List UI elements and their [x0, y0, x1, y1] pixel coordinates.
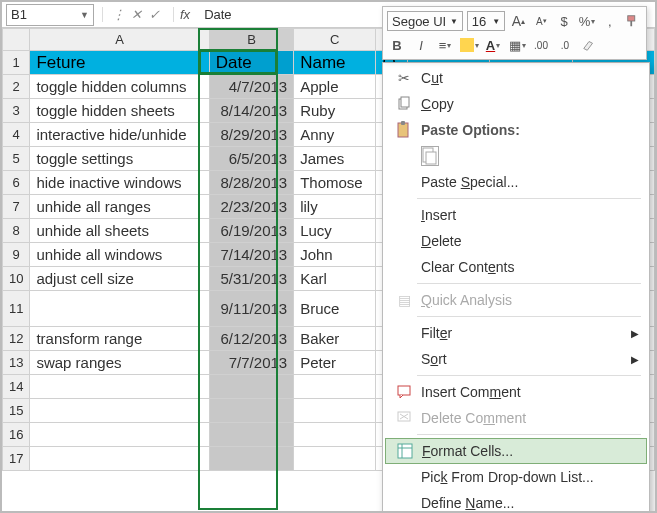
- row-header[interactable]: 1: [3, 51, 30, 75]
- cell[interactable]: 4/7/2013: [209, 75, 293, 99]
- clear-format-icon[interactable]: [579, 35, 599, 55]
- cell[interactable]: Ruby: [294, 99, 376, 123]
- percent-icon[interactable]: %: [578, 11, 597, 31]
- comma-icon[interactable]: ,: [600, 11, 619, 31]
- align-icon[interactable]: ≡: [435, 35, 455, 55]
- cell[interactable]: [294, 399, 376, 423]
- cell[interactable]: unhide all ranges: [30, 195, 209, 219]
- cell[interactable]: [209, 447, 293, 471]
- cell[interactable]: toggle hidden columns: [30, 75, 209, 99]
- cell[interactable]: interactive hide/unhide: [30, 123, 209, 147]
- cell[interactable]: 2/23/2013: [209, 195, 293, 219]
- cell[interactable]: 6/5/2013: [209, 147, 293, 171]
- menu-sort[interactable]: Sort ▶: [383, 346, 649, 372]
- menu-clear-contents[interactable]: Clear Contents: [383, 254, 649, 280]
- row-header[interactable]: 10: [3, 267, 30, 291]
- cell[interactable]: [209, 375, 293, 399]
- menu-filter[interactable]: Filter ▶: [383, 320, 649, 346]
- cell[interactable]: Karl: [294, 267, 376, 291]
- name-box[interactable]: B1 ▼: [6, 4, 94, 26]
- decrease-font-icon[interactable]: A▾: [532, 11, 551, 31]
- row-header[interactable]: 13: [3, 351, 30, 375]
- cell[interactable]: [209, 423, 293, 447]
- column-header[interactable]: A: [30, 29, 209, 51]
- menu-pick-from-list[interactable]: Pick From Drop-down List...: [383, 464, 649, 490]
- menu-insert[interactable]: Insert: [383, 202, 649, 228]
- cell[interactable]: toggle hidden sheets: [30, 99, 209, 123]
- cell[interactable]: James: [294, 147, 376, 171]
- italic-button[interactable]: I: [411, 35, 431, 55]
- fill-color-icon[interactable]: [459, 35, 479, 55]
- cell[interactable]: [294, 423, 376, 447]
- menu-delete[interactable]: Delete: [383, 228, 649, 254]
- font-size-selector[interactable]: 16▼: [467, 11, 505, 31]
- cell[interactable]: Anny: [294, 123, 376, 147]
- row-header[interactable]: 7: [3, 195, 30, 219]
- cell[interactable]: swap ranges: [30, 351, 209, 375]
- row-header[interactable]: 11: [3, 291, 30, 327]
- increase-font-icon[interactable]: A▴: [509, 11, 528, 31]
- chevron-down-icon[interactable]: ▼: [80, 10, 89, 20]
- decrease-decimal-icon[interactable]: .0: [555, 35, 575, 55]
- cell[interactable]: hide inactive windows: [30, 171, 209, 195]
- menu-copy[interactable]: Copy: [383, 91, 649, 117]
- cell[interactable]: [30, 447, 209, 471]
- row-header[interactable]: 5: [3, 147, 30, 171]
- row-header[interactable]: 8: [3, 219, 30, 243]
- cell[interactable]: 5/31/2013: [209, 267, 293, 291]
- cell[interactable]: [30, 423, 209, 447]
- cell[interactable]: 8/14/2013: [209, 99, 293, 123]
- cell[interactable]: Bruce: [294, 291, 376, 327]
- font-color-icon[interactable]: A: [483, 35, 503, 55]
- column-header[interactable]: B: [209, 29, 293, 51]
- menu-insert-comment[interactable]: Insert Comment: [383, 379, 649, 405]
- row-header[interactable]: 6: [3, 171, 30, 195]
- row-header[interactable]: 12: [3, 327, 30, 351]
- menu-cut[interactable]: ✂ Cut: [383, 65, 649, 91]
- dots-icon[interactable]: ⋮: [109, 7, 127, 22]
- row-header[interactable]: 16: [3, 423, 30, 447]
- cell[interactable]: 6/19/2013: [209, 219, 293, 243]
- borders-icon[interactable]: ▦: [507, 35, 527, 55]
- cell[interactable]: John: [294, 243, 376, 267]
- cancel-icon[interactable]: ✕: [127, 7, 145, 22]
- row-header[interactable]: 15: [3, 399, 30, 423]
- increase-decimal-icon[interactable]: .00: [531, 35, 551, 55]
- column-header[interactable]: C: [294, 29, 376, 51]
- cell[interactable]: adjust cell size: [30, 267, 209, 291]
- cell[interactable]: 7/14/2013: [209, 243, 293, 267]
- cell[interactable]: [209, 399, 293, 423]
- cell[interactable]: 8/28/2013: [209, 171, 293, 195]
- font-name-selector[interactable]: Segoe UI▼: [387, 11, 463, 31]
- cell[interactable]: 7/7/2013: [209, 351, 293, 375]
- cell[interactable]: 6/12/2013: [209, 327, 293, 351]
- bold-button[interactable]: B: [387, 35, 407, 55]
- cell[interactable]: Peter: [294, 351, 376, 375]
- cell[interactable]: transform range: [30, 327, 209, 351]
- cell[interactable]: transpose table dimensions: [30, 291, 209, 327]
- cell[interactable]: Date: [209, 51, 293, 75]
- cell[interactable]: unhide all windows: [30, 243, 209, 267]
- menu-define-name[interactable]: Define Name...: [383, 490, 649, 513]
- cell[interactable]: Baker: [294, 327, 376, 351]
- currency-icon[interactable]: $: [555, 11, 574, 31]
- row-header[interactable]: 17: [3, 447, 30, 471]
- format-painter-icon[interactable]: [623, 11, 642, 31]
- row-header[interactable]: 4: [3, 123, 30, 147]
- cell[interactable]: [30, 375, 209, 399]
- menu-paste-button[interactable]: [383, 143, 649, 169]
- cell[interactable]: toggle settings: [30, 147, 209, 171]
- cell[interactable]: Apple: [294, 75, 376, 99]
- confirm-icon[interactable]: ✓: [145, 7, 163, 22]
- cell[interactable]: lily: [294, 195, 376, 219]
- cell[interactable]: Name: [294, 51, 376, 75]
- cell[interactable]: Feture: [30, 51, 209, 75]
- cell[interactable]: 8/29/2013: [209, 123, 293, 147]
- row-header[interactable]: 3: [3, 99, 30, 123]
- row-header[interactable]: 9: [3, 243, 30, 267]
- cell[interactable]: unhide all sheets: [30, 219, 209, 243]
- fx-label[interactable]: fx: [173, 7, 196, 22]
- cell[interactable]: [30, 399, 209, 423]
- cell[interactable]: 9/11/2013: [209, 291, 293, 327]
- select-all-corner[interactable]: [3, 29, 30, 51]
